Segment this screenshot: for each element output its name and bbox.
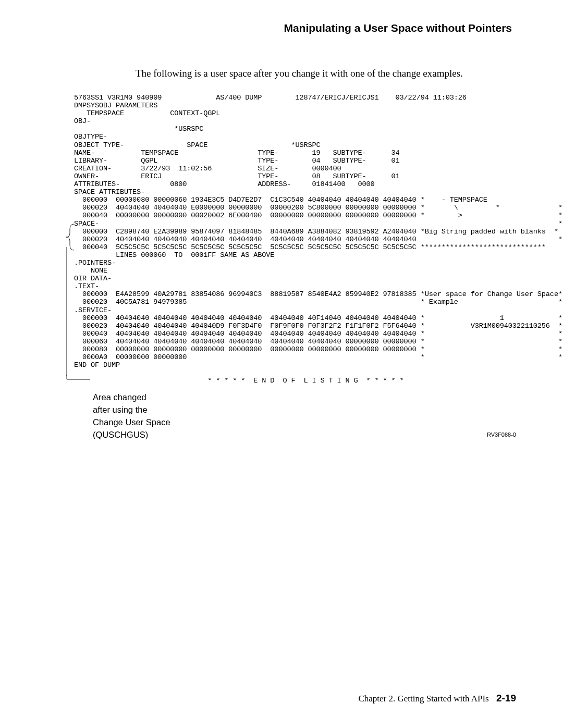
caption-line-1: Area changed bbox=[93, 392, 516, 402]
caption-line-4: (QUSCHGUS) bbox=[93, 429, 148, 440]
intro-text: The following is a user space after you … bbox=[136, 68, 516, 79]
page-heading: Manipulating a User Space without Pointe… bbox=[47, 22, 516, 34]
dump-area: 5763SS1 V3R1M0 940909 AS/400 DUMP 128747… bbox=[70, 94, 516, 385]
footer-chapter: Chapter 2. Getting Started with APIs bbox=[358, 694, 488, 704]
caption-line-3: Change User Space bbox=[93, 417, 516, 427]
figure-reference: RV3F088-0 bbox=[487, 429, 516, 440]
page-footer: Chapter 2. Getting Started with APIs 2-1… bbox=[358, 693, 516, 704]
brace-icon bbox=[64, 223, 75, 251]
guide-elbow-icon bbox=[66, 375, 90, 381]
guide-line-icon bbox=[66, 247, 67, 376]
page: Manipulating a User Space without Pointe… bbox=[0, 0, 563, 728]
dump-listing: 5763SS1 V3R1M0 940909 AS/400 DUMP 128747… bbox=[70, 94, 516, 385]
annotation-caption: Area changed after using the Change User… bbox=[70, 392, 516, 440]
footer-page-number: 2-19 bbox=[496, 693, 516, 704]
caption-line-2: after using the bbox=[93, 404, 516, 415]
